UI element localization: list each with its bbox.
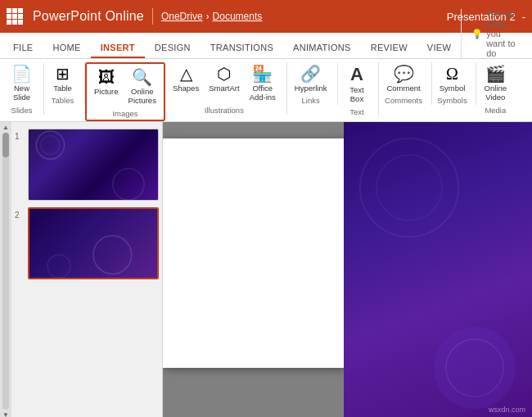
ribbon-group-media: 🎬 OnlineVideo Media (476, 62, 517, 115)
smartart-button[interactable]: ⬡ SmartArt (205, 62, 243, 94)
tab-file[interactable]: FILE (3, 38, 43, 58)
slide-2-bg (29, 209, 157, 278)
symbol-button[interactable]: Ω Symbol (435, 62, 470, 94)
breadcrumb-separator: › (206, 11, 210, 22)
tab-insert[interactable]: INSERT (91, 38, 145, 58)
slide-2-thumb[interactable] (28, 207, 159, 279)
svg-point-1 (41, 135, 60, 154)
tab-view[interactable]: VIEW (417, 38, 461, 58)
media-group-label: Media (485, 106, 506, 115)
online-video-label: OnlineVideo (485, 84, 507, 102)
online-video-icon: 🎬 (485, 66, 506, 82)
shapes-icon: △ (180, 66, 192, 82)
svg-point-3 (93, 235, 132, 274)
illustrations-group-items: △ Shapes ⬡ SmartArt 🏪 OfficeAdd-ins (169, 62, 280, 104)
waffle-icon[interactable] (7, 8, 23, 25)
tell-me-text: Tell me what you want to do (486, 9, 519, 58)
breadcrumb: OneDrive › Documents (161, 11, 262, 22)
picture-button[interactable]: 🖼 Picture (90, 66, 123, 97)
right-slide-preview: wsxdn.com (344, 122, 532, 417)
ribbon-group-slides: 📄 NewSlide Slides (3, 62, 44, 115)
office-addins-icon: 🏪 (252, 66, 273, 82)
ribbon-group-comments: 💬 Comment Comments (379, 62, 431, 105)
media-group-items: 🎬 OnlineVideo (480, 62, 511, 104)
slide-1-number: 1 (15, 129, 25, 141)
slide-1-bg (29, 129, 158, 200)
ribbon-group-symbols: Ω Symbol Symbols (432, 62, 477, 105)
hyperlink-icon: 🔗 (300, 66, 321, 82)
hyperlink-button[interactable]: 🔗 Hyperlink (291, 62, 331, 94)
scroll-indicator[interactable]: ▲ ▼ (0, 122, 11, 417)
text-group-label: Text (349, 107, 363, 116)
tab-home[interactable]: HOME (43, 38, 90, 58)
office-addins-label: OfficeAdd-ins (250, 84, 276, 102)
text-box-label: TextBox (349, 85, 363, 104)
ribbon: FILE HOME INSERT DESIGN TRANSITIONS ANIM… (0, 33, 532, 122)
app-name: PowerPoint Online (33, 9, 144, 24)
lightbulb-icon: 💡 (471, 29, 483, 39)
comment-icon: 💬 (394, 66, 414, 82)
online-pictures-icon: 🔍 (132, 69, 152, 85)
links-group-items: 🔗 Hyperlink (291, 62, 331, 94)
ribbon-content: 📄 NewSlide Slides ⊞ Table Tables 🖼 Pictu (0, 59, 532, 121)
text-box-button[interactable]: A TextBox (342, 62, 372, 106)
illustrations-group-label: Illustrations (205, 106, 244, 115)
hyperlink-label: Hyperlink (295, 84, 327, 93)
text-box-icon: A (350, 66, 363, 84)
slide-1-container: 1 (15, 129, 159, 201)
smartart-icon: ⬡ (217, 66, 231, 82)
tables-group-items: ⊞ Table (48, 62, 78, 94)
comment-button[interactable]: 💬 Comment (382, 62, 424, 94)
online-video-button[interactable]: 🎬 OnlineVideo (480, 62, 511, 104)
scroll-down-button[interactable]: ▼ (2, 411, 9, 417)
ribbon-group-images: 🖼 Picture 🔍 OnlinePictures Images (85, 62, 165, 121)
table-label: Table (53, 84, 72, 93)
svg-point-0 (36, 131, 64, 159)
office-addins-button[interactable]: 🏪 OfficeAdd-ins (246, 62, 280, 104)
new-slide-button[interactable]: 📄 NewSlide (7, 62, 37, 104)
slide-2-container: 2 (15, 207, 159, 279)
title-divider (152, 8, 153, 25)
table-button[interactable]: ⊞ Table (48, 62, 78, 94)
app-logo: PowerPoint Online (7, 8, 144, 25)
shapes-button[interactable]: △ Shapes (169, 62, 203, 94)
ribbon-tabs: FILE HOME INSERT DESIGN TRANSITIONS ANIM… (0, 33, 532, 59)
online-pictures-button[interactable]: 🔍 OnlinePictures (124, 66, 160, 107)
table-icon: ⊞ (56, 66, 70, 82)
slide-1-thumb[interactable] (28, 129, 159, 201)
symbols-group-label: Symbols (437, 96, 467, 105)
title-bar: PowerPoint Online OneDrive › Documents P… (0, 0, 532, 33)
images-group-items: 🖼 Picture 🔍 OnlinePictures (90, 66, 160, 107)
tab-design[interactable]: DESIGN (145, 38, 201, 58)
ribbon-group-links: 🔗 Hyperlink Links (287, 62, 339, 105)
breadcrumb-documents[interactable]: Documents (213, 11, 263, 22)
ribbon-group-tables: ⊞ Table Tables (44, 62, 85, 105)
text-group-items: A TextBox (342, 62, 372, 106)
scroll-thumb (2, 133, 9, 157)
svg-point-5 (360, 138, 458, 237)
tab-animations[interactable]: ANIMATIONS (283, 38, 361, 58)
slides-group-label: Slides (11, 106, 33, 115)
tab-transitions[interactable]: TRANSITIONS (201, 38, 283, 58)
comment-label: Comment (386, 84, 420, 93)
tab-review[interactable]: REVIEW (361, 38, 417, 58)
smartart-label: SmartArt (209, 84, 239, 93)
canvas-area (163, 122, 344, 417)
links-group-label: Links (302, 96, 320, 105)
breadcrumb-onedrive[interactable]: OneDrive (161, 11, 203, 22)
svg-point-2 (113, 169, 144, 200)
tables-group-label: Tables (52, 96, 74, 105)
scroll-up-button[interactable]: ▲ (2, 124, 9, 131)
ribbon-group-text: A TextBox Text (338, 62, 379, 116)
slide-canvas[interactable] (163, 138, 344, 368)
comments-group-items: 💬 Comment (382, 62, 424, 94)
images-group-label: Images (112, 109, 138, 118)
svg-point-6 (376, 155, 442, 220)
watermark: wsxdn.com (489, 406, 525, 414)
scroll-track (2, 133, 9, 410)
shapes-label: Shapes (173, 84, 199, 93)
symbols-group-items: Ω Symbol (435, 62, 470, 94)
picture-label: Picture (94, 87, 119, 96)
picture-icon: 🖼 (98, 69, 115, 85)
tell-me-bar[interactable]: 💡 Tell me what you want to do (461, 9, 529, 58)
